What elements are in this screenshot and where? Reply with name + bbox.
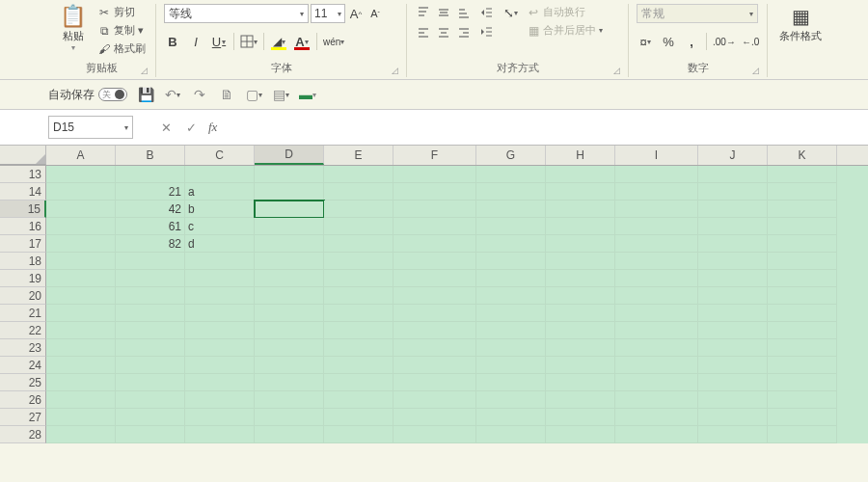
- cell-J21[interactable]: [698, 305, 768, 322]
- cell-A24[interactable]: [46, 357, 116, 374]
- cell-E19[interactable]: [324, 270, 393, 287]
- cell-I19[interactable]: [615, 270, 698, 287]
- column-header-C[interactable]: C: [185, 146, 255, 165]
- cell-H16[interactable]: [546, 218, 615, 235]
- cell-G16[interactable]: [476, 218, 546, 235]
- redo-button[interactable]: ↷: [191, 86, 208, 103]
- cell-B17[interactable]: 82: [116, 235, 185, 253]
- cell-F25[interactable]: [393, 374, 476, 391]
- wrap-text-button[interactable]: ↩ 自动换行: [525, 4, 605, 20]
- cell-H24[interactable]: [546, 357, 615, 374]
- row-header-17[interactable]: 17: [0, 235, 46, 253]
- accept-formula-button[interactable]: ✓: [183, 120, 199, 135]
- cell-B20[interactable]: [116, 287, 185, 305]
- cell-J27[interactable]: [698, 409, 768, 426]
- cell-J25[interactable]: [698, 374, 768, 391]
- cell-H17[interactable]: [546, 235, 615, 253]
- cell-I26[interactable]: [615, 391, 698, 409]
- bold-button[interactable]: B: [164, 33, 181, 50]
- cell-D21[interactable]: [255, 305, 324, 322]
- cell-I22[interactable]: [615, 322, 698, 339]
- autosave-toggle[interactable]: 自动保存 关: [48, 87, 127, 103]
- cell-H18[interactable]: [546, 253, 615, 270]
- cell-B18[interactable]: [116, 253, 185, 270]
- cell-K28[interactable]: [768, 426, 837, 443]
- increase-decimal-button[interactable]: .00→: [713, 33, 736, 50]
- cell-A21[interactable]: [46, 305, 116, 322]
- cell-G18[interactable]: [476, 253, 546, 270]
- cell-E16[interactable]: [324, 218, 393, 235]
- cell-H22[interactable]: [546, 322, 615, 339]
- row-header-23[interactable]: 23: [0, 339, 46, 357]
- row-header-16[interactable]: 16: [0, 218, 46, 235]
- cell-B28[interactable]: [116, 426, 185, 443]
- cell-A17[interactable]: [46, 235, 116, 253]
- cell-K26[interactable]: [768, 391, 837, 409]
- cell-I13[interactable]: [615, 166, 698, 183]
- cell-I27[interactable]: [615, 409, 698, 426]
- cell-D18[interactable]: [255, 253, 324, 270]
- cell-F15[interactable]: [393, 201, 476, 218]
- cell-C26[interactable]: [185, 391, 255, 409]
- undo-button[interactable]: ↶▾: [164, 86, 181, 103]
- cell-H15[interactable]: [546, 201, 615, 218]
- decrease-font-button[interactable]: Aˇ: [366, 5, 384, 22]
- font-color-button[interactable]: A ▾: [293, 33, 311, 50]
- align-right-button[interactable]: [455, 24, 473, 41]
- column-header-G[interactable]: G: [476, 146, 546, 165]
- cell-D14[interactable]: [255, 183, 324, 201]
- cell-E26[interactable]: [324, 391, 393, 409]
- row-header-24[interactable]: 24: [0, 357, 46, 374]
- percent-format-button[interactable]: %: [660, 33, 677, 50]
- cell-D20[interactable]: [255, 287, 324, 305]
- increase-font-button[interactable]: A^: [347, 5, 365, 22]
- cell-I24[interactable]: [615, 357, 698, 374]
- cell-J15[interactable]: [698, 201, 768, 218]
- cell-F19[interactable]: [393, 270, 476, 287]
- column-header-K[interactable]: K: [768, 146, 837, 165]
- cell-J22[interactable]: [698, 322, 768, 339]
- cell-D17[interactable]: [255, 235, 324, 253]
- row-header-20[interactable]: 20: [0, 287, 46, 305]
- cell-H20[interactable]: [546, 287, 615, 305]
- dialog-launcher-icon[interactable]: ◿: [752, 66, 759, 75]
- cell-A23[interactable]: [46, 339, 116, 357]
- row-header-19[interactable]: 19: [0, 270, 46, 287]
- cell-D28[interactable]: [255, 426, 324, 443]
- cell-D22[interactable]: [255, 322, 324, 339]
- number-format-combo[interactable]: 常规 ▾: [637, 4, 758, 23]
- save-button[interactable]: 💾: [137, 86, 154, 103]
- cell-E13[interactable]: [324, 166, 393, 183]
- column-header-F[interactable]: F: [393, 146, 476, 165]
- align-left-button[interactable]: [415, 24, 432, 41]
- cell-K23[interactable]: [768, 339, 837, 357]
- align-bottom-button[interactable]: [455, 4, 473, 21]
- cell-F21[interactable]: [393, 305, 476, 322]
- cell-K18[interactable]: [768, 253, 837, 270]
- cell-K27[interactable]: [768, 409, 837, 426]
- cell-A18[interactable]: [46, 253, 116, 270]
- column-header-E[interactable]: E: [324, 146, 393, 165]
- cell-K19[interactable]: [768, 270, 837, 287]
- cell-I20[interactable]: [615, 287, 698, 305]
- cell-I16[interactable]: [615, 218, 698, 235]
- cell-J18[interactable]: [698, 253, 768, 270]
- cell-B14[interactable]: 21: [116, 183, 185, 201]
- cell-H28[interactable]: [546, 426, 615, 443]
- qat-shape-button[interactable]: ▬▾: [299, 86, 316, 103]
- cell-C23[interactable]: [185, 339, 255, 357]
- cell-G19[interactable]: [476, 270, 546, 287]
- cell-J23[interactable]: [698, 339, 768, 357]
- cell-A25[interactable]: [46, 374, 116, 391]
- select-all-corner[interactable]: [0, 146, 46, 165]
- cell-A13[interactable]: [46, 166, 116, 183]
- underline-button[interactable]: U▾: [210, 33, 228, 50]
- row-header-22[interactable]: 22: [0, 322, 46, 339]
- cell-F24[interactable]: [393, 357, 476, 374]
- cell-E18[interactable]: [324, 253, 393, 270]
- cell-E27[interactable]: [324, 409, 393, 426]
- cell-I14[interactable]: [615, 183, 698, 201]
- cell-J17[interactable]: [698, 235, 768, 253]
- merge-center-button[interactable]: ▦ 合并后居中 ▾: [525, 22, 605, 39]
- cell-K14[interactable]: [768, 183, 837, 201]
